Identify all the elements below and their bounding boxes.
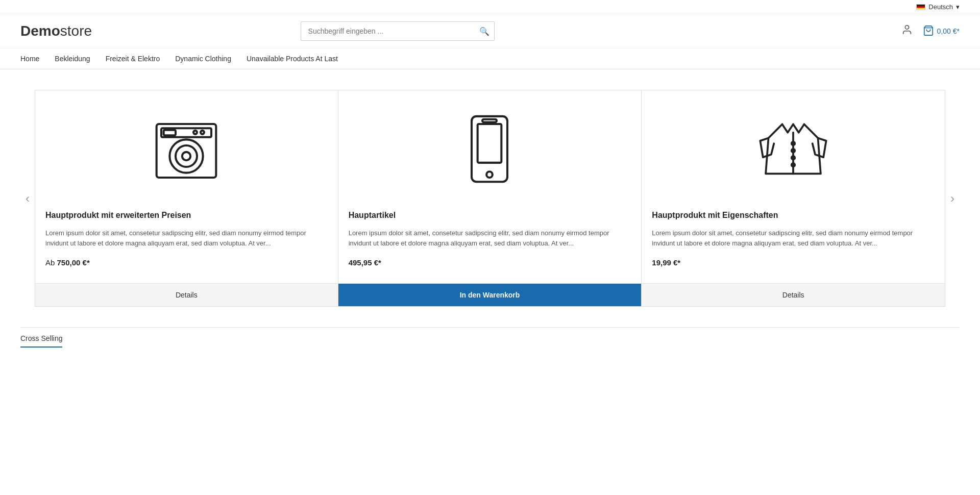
product-footer-2: In den Warenkorb <box>338 283 642 306</box>
svg-point-13 <box>487 171 493 178</box>
top-bar: Deutsch ▾ <box>0 0 980 14</box>
cart-price: 0,00 €* <box>937 27 960 35</box>
nav-item-bekleidung[interactable]: Bekleidung <box>55 55 90 63</box>
product-title-3: Hauptprodukt mit Eigenschaften <box>652 211 935 220</box>
product-image-smartphone <box>338 90 642 203</box>
cross-selling-tab[interactable]: Cross Selling <box>20 334 62 348</box>
svg-rect-4 <box>164 130 176 135</box>
main-nav: Home Bekleidung Freizeit & Elektro Dynam… <box>0 48 980 69</box>
german-flag-icon <box>916 4 925 10</box>
product-body-3: Hauptprodukt mit Eigenschaften Lorem ips… <box>642 203 945 283</box>
product-grid: Hauptprodukt mit erweiterten Preisen Lor… <box>35 90 945 307</box>
carousel-next-button[interactable]: › <box>945 186 960 211</box>
product-desc-3: Lorem ipsum dolor sit amet, consetetur s… <box>652 228 935 248</box>
add-to-cart-button-2[interactable]: In den Warenkorb <box>338 284 642 306</box>
product-card-1: Hauptprodukt mit erweiterten Preisen Lor… <box>35 90 338 307</box>
nav-item-home[interactable]: Home <box>20 55 39 63</box>
carousel-prev-button[interactable]: ‹ <box>20 186 35 211</box>
svg-point-8 <box>176 145 197 167</box>
header-actions: 0,00 €* <box>901 24 960 38</box>
product-desc-1: Lorem ipsum dolor sit amet, consetetur s… <box>45 228 328 248</box>
cart-icon <box>923 25 934 38</box>
product-image-jacket <box>642 90 945 203</box>
product-details-button-3[interactable]: Details <box>642 284 945 306</box>
cart-link[interactable]: 0,00 €* <box>923 25 960 38</box>
account-icon[interactable] <box>901 24 913 38</box>
product-carousel: ‹ Hau <box>20 90 960 307</box>
product-price-2: 495,95 €* <box>349 258 631 267</box>
product-card-3: Hauptprodukt mit Eigenschaften Lorem ips… <box>642 90 945 307</box>
product-details-button-1[interactable]: Details <box>35 284 338 306</box>
nav-item-freizeit[interactable]: Freizeit & Elektro <box>106 55 160 63</box>
search-input[interactable] <box>301 21 495 41</box>
product-footer-3: Details <box>642 283 945 306</box>
product-image-washing-machine <box>35 90 338 203</box>
nav-item-unavailable[interactable]: Unavailable Products At Last <box>247 55 338 63</box>
search-button[interactable]: 🔍 <box>479 27 489 36</box>
header: Demostore 🔍 0,00 €* <box>0 14 980 48</box>
logo-bold: Demo <box>20 23 60 39</box>
product-footer-1: Details <box>35 283 338 306</box>
svg-rect-11 <box>478 124 502 163</box>
product-desc-2: Lorem ipsum dolor sit amet, consetetur s… <box>349 228 631 248</box>
logo[interactable]: Demostore <box>20 23 92 39</box>
product-title-2: Hauptartikel <box>349 211 631 220</box>
product-price-3: 19,99 €* <box>652 258 935 267</box>
product-price-value-1: 750,00 €* <box>57 258 90 267</box>
svg-rect-2 <box>157 124 216 178</box>
svg-point-6 <box>201 131 204 134</box>
product-price-value-2: 495,95 €* <box>349 258 381 267</box>
product-body-1: Hauptprodukt mit erweiterten Preisen Lor… <box>35 203 338 283</box>
svg-point-9 <box>182 152 190 160</box>
product-body-2: Hauptartikel Lorem ipsum dolor sit amet,… <box>338 203 642 283</box>
product-price-value-3: 19,99 €* <box>652 258 680 267</box>
search-bar: 🔍 <box>301 21 495 41</box>
main-content: ‹ Hau <box>0 69 980 368</box>
product-price-prefix-1: Ab <box>45 258 57 267</box>
svg-point-5 <box>193 131 197 134</box>
language-selector[interactable]: Deutsch <box>928 3 953 11</box>
svg-rect-12 <box>482 119 497 122</box>
product-card-2: Hauptartikel Lorem ipsum dolor sit amet,… <box>338 90 642 307</box>
svg-point-0 <box>905 26 909 29</box>
cross-selling-section: Cross Selling <box>20 327 960 348</box>
search-icon: 🔍 <box>479 27 489 36</box>
logo-light: store <box>60 23 92 39</box>
nav-item-dynamic-clothing[interactable]: Dynamic Clothing <box>175 55 231 63</box>
product-price-1: Ab 750,00 €* <box>45 258 328 267</box>
language-dropdown-icon[interactable]: ▾ <box>956 3 960 11</box>
product-title-1: Hauptprodukt mit erweiterten Preisen <box>45 211 328 220</box>
